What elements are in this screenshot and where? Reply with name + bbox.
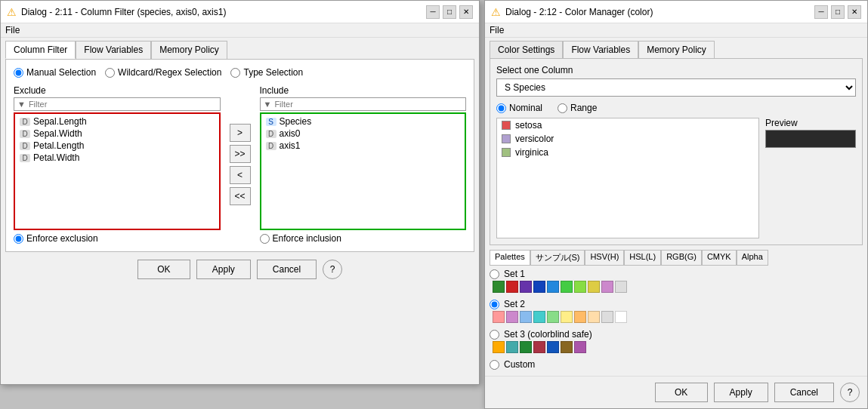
hsl-tab[interactable]: HSL(L) <box>624 250 661 266</box>
move-left-one-button[interactable]: < <box>230 166 251 184</box>
value-item[interactable]: setosa <box>497 118 758 132</box>
chip[interactable] <box>506 341 518 353</box>
nominal-radio[interactable] <box>496 103 506 113</box>
wildcard-selection-radio[interactable]: Wildcard/Regex Selection <box>105 67 221 78</box>
chip[interactable] <box>615 311 627 323</box>
right-close-button[interactable]: ✕ <box>848 5 861 19</box>
type-badge: D <box>20 118 30 126</box>
enforce-exclusion-radio[interactable] <box>14 234 23 244</box>
values-list[interactable]: setosa versicolor virginica <box>496 118 759 238</box>
list-item[interactable]: D axis0 <box>263 128 464 140</box>
palette-set-2: Set 2 <box>490 299 863 323</box>
chip[interactable] <box>520 341 532 353</box>
chip[interactable] <box>493 341 505 353</box>
exclude-list[interactable]: D Sepal.Length D Sepal.Width D Petal.Len… <box>14 112 221 230</box>
item-name: Sepal.Width <box>33 128 82 139</box>
palette-set-1-radio[interactable] <box>490 269 499 279</box>
left-ok-button[interactable]: OK <box>137 260 190 279</box>
value-name: setosa <box>515 120 542 131</box>
maximize-button[interactable]: □ <box>443 5 456 19</box>
range-radio[interactable] <box>558 103 567 113</box>
close-button[interactable]: ✕ <box>459 5 473 19</box>
file-menu[interactable]: File <box>5 25 20 35</box>
column-dropdown[interactable]: S Species <box>496 78 856 97</box>
minimize-button[interactable]: ─ <box>426 5 440 19</box>
list-item[interactable]: S Species <box>263 115 464 128</box>
chip[interactable] <box>561 341 573 353</box>
chip[interactable] <box>561 281 573 293</box>
type-radio-input[interactable] <box>230 68 240 78</box>
chip[interactable] <box>588 281 600 293</box>
right-cancel-button[interactable]: Cancel <box>774 383 834 402</box>
right-file-menu[interactable]: File <box>490 25 504 35</box>
tab-flow-variables-right[interactable]: Flow Variables <box>563 41 638 58</box>
tab-column-filter[interactable]: Column Filter <box>5 41 76 59</box>
enforce-inclusion-label: Enforce inclusion <box>273 233 341 244</box>
tab-color-settings[interactable]: Color Settings <box>490 41 563 58</box>
tab-flow-variables-left[interactable]: Flow Variables <box>76 41 151 59</box>
chip[interactable] <box>615 281 627 293</box>
left-cancel-button[interactable]: Cancel <box>257 260 317 279</box>
rgb-tab[interactable]: RGB(G) <box>661 250 702 266</box>
exclude-filter-input[interactable] <box>29 100 217 109</box>
manual-radio-input[interactable] <box>14 68 23 78</box>
alpha-tab[interactable]: Alpha <box>737 250 768 266</box>
range-radio-group[interactable]: Range <box>558 103 597 113</box>
chip[interactable] <box>574 281 586 293</box>
enforce-exclusion-row[interactable]: Enforce exclusion <box>14 233 221 244</box>
list-item[interactable]: D Petal.Length <box>17 140 218 152</box>
list-item[interactable]: D Petal.Width <box>17 152 218 164</box>
chip[interactable] <box>533 311 545 323</box>
right-help-button[interactable]: ? <box>840 383 860 402</box>
move-left-all-button[interactable]: << <box>230 187 251 205</box>
tab-memory-policy-left[interactable]: Memory Policy <box>151 41 227 59</box>
chip[interactable] <box>574 341 586 353</box>
chip[interactable] <box>506 311 518 323</box>
chip[interactable] <box>588 311 600 323</box>
right-apply-button[interactable]: Apply <box>714 383 768 402</box>
right-minimize-button[interactable]: ─ <box>814 5 828 19</box>
include-list[interactable]: S Species D axis0 D axis1 <box>260 112 467 230</box>
palette-set-2-radio[interactable] <box>490 300 499 309</box>
hsv-tab[interactable]: HSV(H) <box>585 250 624 266</box>
list-item[interactable]: D Sepal.Width <box>17 128 218 140</box>
enforce-inclusion-radio[interactable] <box>260 234 270 244</box>
nominal-radio-group[interactable]: Nominal <box>496 103 542 113</box>
chip[interactable] <box>520 311 532 323</box>
right-maximize-button[interactable]: □ <box>831 5 845 19</box>
palette-set-3-radio[interactable] <box>490 330 499 340</box>
palette-set-1-label: Set 1 <box>504 269 525 279</box>
value-item[interactable]: versicolor <box>497 132 758 146</box>
chip[interactable] <box>547 341 559 353</box>
move-right-all-button[interactable]: >> <box>230 145 251 163</box>
manual-selection-radio[interactable]: Manual Selection <box>14 67 96 78</box>
chip[interactable] <box>547 311 559 323</box>
chip[interactable] <box>493 281 505 293</box>
chip[interactable] <box>533 341 545 353</box>
tab-memory-policy-right[interactable]: Memory Policy <box>638 41 715 58</box>
wildcard-radio-input[interactable] <box>105 68 115 78</box>
value-item[interactable]: virginica <box>497 146 758 159</box>
cmyk-tab[interactable]: CMYK <box>702 250 737 266</box>
palettes-tab[interactable]: Palettes <box>490 250 530 266</box>
chip[interactable] <box>506 281 518 293</box>
list-item[interactable]: D Sepal.Length <box>17 115 218 128</box>
list-item[interactable]: D axis1 <box>263 140 464 152</box>
type-selection-radio[interactable]: Type Selection <box>230 67 303 78</box>
chip[interactable] <box>601 311 613 323</box>
chip[interactable] <box>493 311 505 323</box>
right-ok-button[interactable]: OK <box>655 383 708 402</box>
include-filter-input[interactable] <box>274 100 462 109</box>
left-help-button[interactable]: ? <box>323 260 342 279</box>
palette-set-custom-radio[interactable] <box>490 360 499 370</box>
chip[interactable] <box>533 281 545 293</box>
move-right-one-button[interactable]: > <box>230 124 251 142</box>
chip[interactable] <box>520 281 532 293</box>
sample-tab[interactable]: サンプル(S) <box>530 250 585 266</box>
chip[interactable] <box>561 311 573 323</box>
chip[interactable] <box>601 281 613 293</box>
enforce-inclusion-row[interactable]: Enforce inclusion <box>260 233 467 244</box>
left-apply-button[interactable]: Apply <box>196 260 251 279</box>
chip[interactable] <box>574 311 586 323</box>
chip[interactable] <box>547 281 559 293</box>
